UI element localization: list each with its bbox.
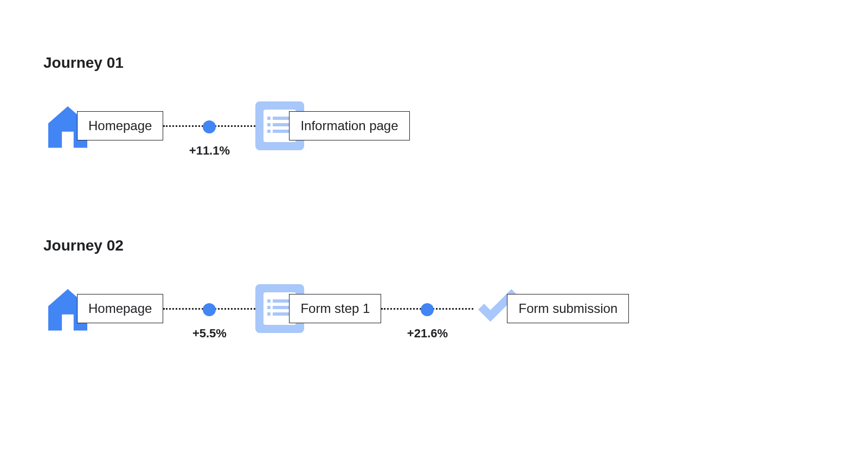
connector-dot [203, 303, 216, 316]
svg-rect-10 [267, 306, 271, 309]
node-label: Form submission [507, 294, 629, 323]
journey-title: Journey 01 [43, 54, 825, 72]
journey-2: Journey 02 Homepage +5.5% [43, 237, 825, 333]
node-label: Homepage [77, 111, 163, 140]
journey-node-form-submission: Form submission [473, 284, 629, 333]
connector-value: +5.5% [192, 326, 227, 341]
connector-dot [203, 120, 216, 133]
connector-value: +11.1% [189, 144, 230, 158]
svg-rect-5 [267, 130, 271, 133]
journey-node-information-page: Information page [255, 101, 409, 150]
svg-rect-8 [267, 299, 271, 303]
node-label: Information page [289, 111, 409, 140]
connector-dot [421, 303, 434, 316]
journey-1: Journey 01 Homepage +11.1% [43, 54, 825, 150]
node-label: Form step 1 [289, 294, 381, 323]
journey-connector: +21.6% [381, 308, 473, 310]
svg-rect-3 [267, 123, 271, 126]
connector-line [163, 308, 255, 310]
journey-connector: +11.1% [163, 125, 255, 127]
journey-flow: Homepage +5.5% [43, 284, 825, 333]
connector-line [163, 125, 255, 127]
journey-title: Journey 02 [43, 237, 825, 254]
connector-line [381, 308, 473, 310]
svg-rect-1 [267, 117, 271, 120]
node-label: Homepage [77, 294, 163, 323]
connector-value: +21.6% [407, 326, 448, 341]
journey-node-homepage: Homepage [43, 284, 163, 333]
journey-flow: Homepage +11.1% [43, 101, 825, 150]
journey-node-form-step-1: Form step 1 [255, 284, 381, 333]
journey-node-homepage: Homepage [43, 101, 163, 150]
svg-rect-12 [267, 312, 271, 316]
journey-connector: +5.5% [163, 308, 255, 310]
